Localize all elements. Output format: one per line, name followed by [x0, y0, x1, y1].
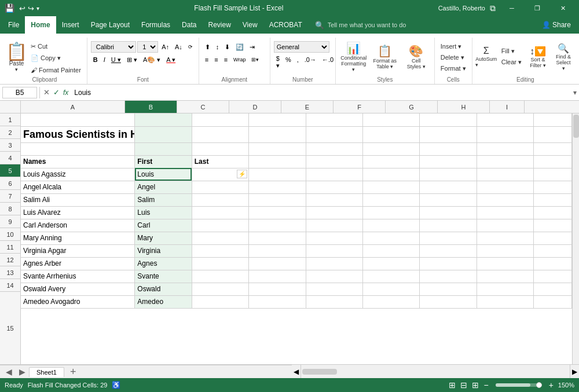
cell-d9[interactable] [249, 219, 306, 232]
menu-data[interactable]: Data [176, 16, 202, 34]
col-header-a[interactable]: A [21, 101, 125, 113]
cell-b2[interactable] [135, 126, 192, 142]
cell-g5[interactable] [420, 168, 477, 181]
cell-c6[interactable] [192, 181, 248, 193]
cell-b12[interactable]: Agnes [135, 257, 192, 270]
cell-e9[interactable] [306, 219, 362, 232]
center-align-button[interactable]: ≡ [212, 54, 220, 65]
cell-g2[interactable] [420, 126, 477, 142]
cell-i1[interactable] [534, 113, 572, 126]
delete-cells-button[interactable]: Delete ▾ [438, 52, 468, 63]
cell-e14[interactable] [306, 283, 362, 295]
menu-home[interactable]: Home [25, 16, 56, 34]
menu-view[interactable]: View [237, 16, 263, 34]
cell-h13[interactable] [477, 270, 533, 283]
cell-h9[interactable] [477, 219, 533, 232]
cell-b14[interactable]: Oswald [135, 283, 192, 295]
cell-d4[interactable] [249, 155, 306, 168]
cell-i5[interactable] [534, 168, 572, 181]
flash-fill-icon[interactable]: ⚡ [237, 170, 247, 178]
cell-h10[interactable] [477, 232, 533, 244]
cell-f10[interactable] [363, 232, 420, 244]
cell-a2[interactable]: Famous Scientists in History [21, 126, 135, 142]
cell-f11[interactable] [363, 244, 420, 257]
sheet-nav-next[interactable]: ▶ [16, 367, 29, 376]
status-accessibility-icon[interactable]: ♿ [112, 381, 120, 389]
cell-i8[interactable] [534, 206, 572, 219]
cell-e11[interactable] [306, 244, 362, 257]
percent-button[interactable]: % [283, 54, 294, 65]
minimize-button[interactable]: ─ [500, 0, 523, 16]
cell-h1[interactable] [477, 113, 533, 126]
horizontal-scrollbar[interactable] [301, 368, 570, 375]
zoom-slider[interactable] [496, 383, 542, 387]
cell-i7[interactable] [534, 193, 572, 206]
redo-icon[interactable]: ↪ [28, 4, 34, 13]
col-header-h[interactable]: H [438, 101, 490, 113]
cell-b6[interactable]: Angel [135, 181, 192, 193]
cell-i10[interactable] [534, 232, 572, 244]
change-case-button[interactable]: ⟳ [186, 41, 195, 53]
zoom-level[interactable]: 150% [558, 382, 574, 389]
middle-align-button[interactable]: ↕ [214, 41, 222, 53]
cell-e6[interactable] [306, 181, 362, 193]
border-button[interactable]: ⊞ ▾ [124, 54, 140, 65]
italic-button[interactable]: I [101, 54, 108, 65]
cell-b13[interactable]: Svante [135, 270, 192, 283]
cell-styles-button[interactable]: 🎨 CellStyles ▾ [402, 41, 431, 72]
search-placeholder[interactable]: Tell me what you want to do [328, 21, 406, 28]
cell-h4[interactable] [477, 155, 533, 168]
cell-g4[interactable] [420, 155, 477, 168]
row-header-11[interactable]: 11 [0, 241, 20, 254]
cell-c8[interactable] [192, 206, 248, 219]
cell-g10[interactable] [420, 232, 477, 244]
copy-button[interactable]: 📄 Copy ▾ [28, 53, 83, 64]
close-button[interactable]: ✕ [551, 0, 574, 16]
cell-i9[interactable] [534, 219, 572, 232]
fill-button[interactable]: Fill ▾ [499, 46, 524, 57]
cell-c1[interactable] [192, 113, 248, 126]
menu-acrobat[interactable]: ACROBAT [263, 16, 308, 34]
cell-i15[interactable] [534, 295, 572, 308]
cell-g14[interactable] [420, 283, 477, 295]
find-select-button[interactable]: 🔍 Find &Select ▾ [552, 41, 575, 72]
format-cells-button[interactable]: Format ▾ [438, 63, 468, 74]
cell-h15[interactable] [477, 295, 533, 308]
cell-d13[interactable] [249, 270, 306, 283]
row-header-14[interactable]: 14 [0, 279, 20, 292]
cell-a15[interactable]: Amedeo Avogadro [21, 295, 135, 308]
cell-g1[interactable] [420, 113, 477, 126]
wrap-text-button[interactable]: Wrap [231, 54, 248, 65]
fill-color-button[interactable]: A🎨 ▾ [141, 54, 163, 65]
right-align-button[interactable]: ≡ [222, 54, 230, 65]
cell-c3[interactable] [192, 142, 248, 155]
cell-c5[interactable]: ⚡ [192, 168, 248, 181]
cell-a10[interactable]: Mary Anning [21, 232, 135, 244]
cell-d3[interactable] [249, 142, 306, 155]
cell-d2[interactable] [249, 126, 306, 142]
col-header-f[interactable]: F [334, 101, 386, 113]
zoom-in-button[interactable]: + [549, 380, 554, 390]
cell-a4[interactable]: Names [21, 155, 135, 168]
cell-c2[interactable] [192, 126, 248, 142]
zoom-out-button[interactable]: − [483, 380, 488, 390]
cell-a8[interactable]: Luis Alvarez [21, 206, 135, 219]
cell-b5[interactable]: Louis [135, 168, 192, 181]
cell-f7[interactable] [363, 193, 420, 206]
cell-d5[interactable] [249, 168, 306, 181]
insert-function-button[interactable]: fx [62, 89, 69, 97]
cell-d14[interactable] [249, 283, 306, 295]
menu-formulas[interactable]: Formulas [135, 16, 176, 34]
cell-g9[interactable] [420, 219, 477, 232]
cell-a6[interactable]: Angel Alcala [21, 181, 135, 193]
conditional-formatting-button[interactable]: 📊 ConditionalFormatting ▾ [339, 41, 368, 72]
col-header-d[interactable]: D [229, 101, 281, 113]
row-header-3[interactable]: 3 [0, 139, 20, 152]
cell-g11[interactable] [420, 244, 477, 257]
row-header-4[interactable]: 4 [0, 152, 20, 164]
increase-font-button[interactable]: A↑ [159, 41, 171, 53]
cell-b15[interactable]: Amedeo [135, 295, 192, 308]
page-layout-view-button[interactable]: ⊟ [460, 380, 467, 390]
bottom-align-button[interactable]: ⬇ [222, 41, 232, 53]
cell-e15[interactable] [306, 295, 362, 308]
